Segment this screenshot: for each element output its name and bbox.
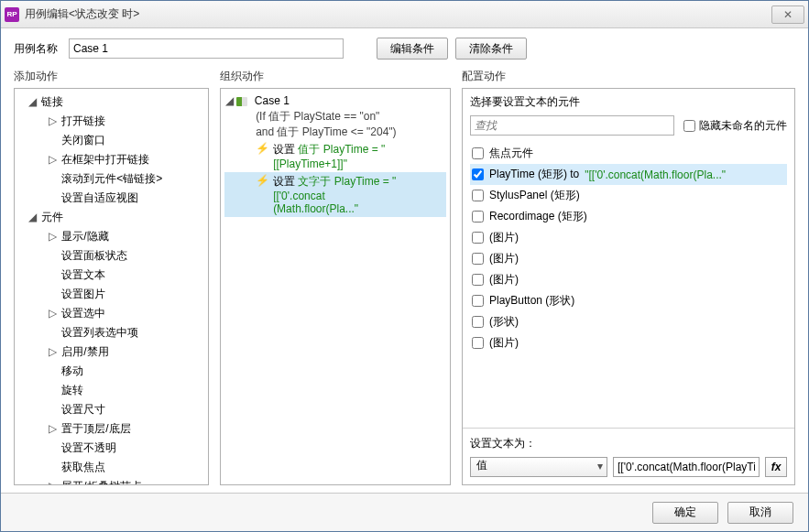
configure-action-panel: 选择要设置文本的元件 隐藏未命名的元件 焦点元件PlayTime (矩形) to… bbox=[462, 88, 795, 485]
widget-checkbox-row[interactable]: Recordimage (矩形) bbox=[470, 206, 787, 227]
close-icon: ✕ bbox=[783, 8, 793, 21]
expand-caret-icon[interactable]: ◢ bbox=[224, 94, 234, 107]
caret-spacer: • bbox=[48, 191, 57, 204]
tree-action-item[interactable]: • 设置文本 bbox=[16, 266, 206, 285]
cancel-button[interactable]: 取消 bbox=[727, 502, 793, 524]
organize-action-panel[interactable]: ◢ Case 1 (If 值于 PlayState == "on" and 值于… bbox=[220, 88, 451, 485]
tree-action-label: 设置图片 bbox=[60, 287, 107, 301]
tree-group[interactable]: ◢ 元件 bbox=[16, 208, 206, 227]
caret-spacer: • bbox=[48, 364, 57, 377]
hide-unnamed-checkbox[interactable] bbox=[683, 120, 695, 132]
tree-action-label: 滚动到元件<锚链接> bbox=[60, 171, 164, 186]
tree-action-item[interactable]: ▷ 显示/隐藏 bbox=[16, 227, 206, 246]
configure-action-label: 配置动作 bbox=[462, 69, 795, 84]
expand-caret-icon[interactable]: ▷ bbox=[48, 345, 57, 358]
widget-label: (图片) bbox=[489, 335, 519, 351]
widget-checkbox[interactable] bbox=[472, 274, 484, 286]
tree-action-item[interactable]: • 设置尺寸 bbox=[16, 400, 206, 419]
tree-action-item[interactable]: • 旋转 bbox=[16, 381, 206, 400]
text-type-select[interactable]: 值 bbox=[470, 457, 607, 477]
widget-checkbox[interactable] bbox=[472, 253, 484, 265]
tree-action-item[interactable]: • 移动 bbox=[16, 362, 206, 381]
widget-checkbox-row[interactable]: PlayButton (形状) bbox=[470, 290, 787, 311]
edit-condition-button[interactable]: 编辑条件 bbox=[377, 38, 448, 60]
hide-unnamed-toggle[interactable]: 隐藏未命名的元件 bbox=[683, 118, 787, 134]
expand-caret-icon[interactable]: ◢ bbox=[27, 211, 37, 223]
fx-button[interactable]: fx bbox=[765, 457, 787, 477]
expand-caret-icon[interactable]: ▷ bbox=[48, 307, 57, 320]
tree-group-label: 链接 bbox=[39, 94, 65, 109]
org-action-text: 设置 文字于 PlayTime = "[['0'.concat (Math.fl… bbox=[273, 174, 444, 215]
close-button[interactable]: ✕ bbox=[771, 5, 804, 24]
widget-checkbox-row[interactable]: PlayTime (矩形) to "[['0'.concat(Math.floo… bbox=[470, 164, 787, 185]
ok-button[interactable]: 确定 bbox=[652, 502, 718, 524]
widget-checkbox-row[interactable]: StylusPanel (矩形) bbox=[470, 185, 787, 206]
expand-caret-icon[interactable]: ▷ bbox=[48, 114, 57, 127]
org-case-node[interactable]: ◢ Case 1 bbox=[224, 92, 446, 109]
tree-action-item[interactable]: • 设置列表选中项 bbox=[16, 323, 206, 342]
clear-condition-button[interactable]: 清除条件 bbox=[455, 38, 527, 60]
text-value-input[interactable] bbox=[613, 457, 760, 477]
widget-checkbox-row[interactable]: (图片) bbox=[470, 269, 787, 290]
widget-checkbox[interactable] bbox=[472, 168, 484, 180]
widget-checkbox-row[interactable]: (形状) bbox=[470, 311, 787, 332]
tree-action-item[interactable]: • 滚动到元件<锚链接> bbox=[16, 169, 206, 189]
expand-caret-icon[interactable]: ▷ bbox=[48, 422, 57, 435]
expand-caret-icon[interactable]: ▷ bbox=[48, 480, 57, 485]
tree-action-item[interactable]: • 关闭窗口 bbox=[16, 131, 206, 150]
tree-action-item[interactable]: • 设置面板状态 bbox=[16, 246, 206, 266]
expand-caret-icon[interactable]: ▷ bbox=[48, 153, 57, 166]
bolt-icon: ⚡ bbox=[256, 142, 269, 155]
tree-action-item[interactable]: • 获取焦点 bbox=[16, 458, 206, 477]
org-action-text: 设置 值于 PlayTime = "[[PlayTime+1]]" bbox=[273, 142, 444, 170]
tree-action-label: 设置文本 bbox=[60, 267, 107, 282]
add-action-panel[interactable]: ◢ 链接▷ 打开链接• 关闭窗口▷ 在框架中打开链接• 滚动到元件<锚链接>• … bbox=[14, 88, 209, 485]
tree-action-item[interactable]: ▷ 启用/禁用 bbox=[16, 342, 206, 362]
widget-label: 焦点元件 bbox=[489, 146, 533, 161]
dialog-footer: 确定 取消 bbox=[1, 493, 808, 531]
widget-checkbox-row[interactable]: 焦点元件 bbox=[470, 143, 787, 164]
tree-action-item[interactable]: ▷ 展开/折叠树节点 bbox=[16, 477, 206, 485]
tree-action-label: 展开/折叠树节点 bbox=[60, 479, 143, 485]
tree-action-item[interactable]: ▷ 置于顶层/底层 bbox=[16, 419, 206, 439]
caret-spacer: • bbox=[48, 134, 57, 147]
org-condition-line: and 值于 PlayTime <= "204") bbox=[224, 125, 446, 140]
widget-label: (形状) bbox=[489, 314, 519, 330]
widget-checkbox-row[interactable]: (图片) bbox=[470, 332, 787, 353]
tree-action-item[interactable]: ▷ 设置选中 bbox=[16, 304, 206, 323]
tree-action-item[interactable]: ▷ 在框架中打开链接 bbox=[16, 150, 206, 169]
widget-checkbox[interactable] bbox=[472, 232, 484, 244]
caret-spacer: • bbox=[48, 288, 57, 300]
widget-checkbox-row[interactable]: (图片) bbox=[470, 248, 787, 269]
caret-spacer: • bbox=[48, 268, 57, 281]
widget-checkbox[interactable] bbox=[472, 211, 484, 223]
widget-label: (图片) bbox=[489, 251, 519, 266]
widget-checkbox[interactable] bbox=[472, 295, 484, 307]
widget-checkbox-row[interactable]: (图片) bbox=[470, 227, 787, 248]
org-action-set-value[interactable]: ⚡ 设置 值于 PlayTime = "[[PlayTime+1]]" bbox=[224, 140, 446, 172]
tree-action-item[interactable]: • 设置不透明 bbox=[16, 439, 206, 458]
widget-label: StylusPanel (矩形) bbox=[489, 188, 580, 203]
tree-action-label: 设置自适应视图 bbox=[60, 190, 140, 205]
widget-checkbox[interactable] bbox=[472, 337, 484, 349]
org-case-label: Case 1 bbox=[255, 94, 290, 107]
org-action-set-text[interactable]: ⚡ 设置 文字于 PlayTime = "[['0'.concat (Math.… bbox=[224, 172, 446, 217]
widget-search-input[interactable] bbox=[470, 115, 674, 136]
expand-caret-icon[interactable]: ▷ bbox=[48, 230, 57, 243]
widget-checkbox[interactable] bbox=[472, 316, 484, 328]
tree-action-item[interactable]: • 设置图片 bbox=[16, 285, 206, 304]
org-condition-line: (If 值于 PlayState == "on" bbox=[224, 109, 446, 125]
widget-checkbox[interactable] bbox=[472, 147, 484, 159]
widget-label: Recordimage (矩形) bbox=[489, 209, 587, 224]
case-name-input[interactable] bbox=[69, 38, 344, 59]
caret-spacer: • bbox=[48, 326, 57, 339]
hide-unnamed-label: 隐藏未命名的元件 bbox=[699, 118, 787, 134]
text-type-value: 值 bbox=[476, 459, 487, 472]
tree-group[interactable]: ◢ 链接 bbox=[16, 92, 206, 112]
tree-action-item[interactable]: • 设置自适应视图 bbox=[16, 189, 206, 208]
expand-caret-icon[interactable]: ◢ bbox=[27, 95, 37, 108]
tree-action-item[interactable]: ▷ 打开链接 bbox=[16, 112, 206, 131]
case-icon bbox=[236, 97, 247, 106]
widget-checkbox[interactable] bbox=[472, 190, 484, 201]
caret-spacer: • bbox=[48, 384, 57, 396]
